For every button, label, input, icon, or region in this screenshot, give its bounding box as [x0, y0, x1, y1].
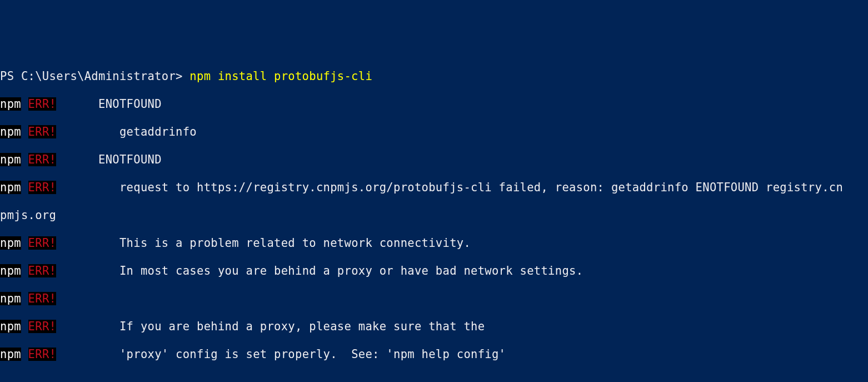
npm-label: npm	[0, 97, 21, 111]
err-label: ERR!	[28, 320, 57, 333]
err-request: request to https://registry.cnpmjs.org/p…	[119, 181, 843, 194]
npm-label: npm	[0, 125, 21, 138]
prompt-line-1: PS C:\Users\Administrator> npm install p…	[0, 70, 868, 83]
err-line: npm ERR! 'proxy' config is set properly.…	[0, 348, 868, 361]
err-label: ERR!	[28, 97, 57, 111]
err-line: npm ERR! request to https://registry.cnp…	[0, 181, 868, 195]
err-line: npm ERR! In most cases you are behind a …	[0, 264, 868, 278]
err-net4: If you are behind a proxy, please make s…	[119, 320, 485, 333]
err-line: npm ERR! ENOTFOUND	[0, 153, 868, 167]
command-1: npm install protobufjs-cli	[189, 70, 372, 83]
err-line: npm ERR! ENOTFOUND	[0, 97, 868, 111]
err-line: npm ERR!	[0, 292, 868, 306]
err-code: ENOTFOUND	[98, 153, 162, 166]
err-label: ERR!	[28, 236, 57, 250]
err-code: ENOTFOUND	[98, 97, 162, 111]
err-wrap: pmjs.org	[0, 209, 868, 222]
err-syscall: getaddrinfo	[119, 125, 197, 138]
npm-label: npm	[0, 264, 21, 277]
npm-label: npm	[0, 348, 21, 361]
npm-label: npm	[0, 153, 21, 166]
err-label: ERR!	[28, 348, 57, 361]
err-net2: In most cases you are behind a proxy or …	[119, 264, 583, 277]
err-net5: 'proxy' config is set properly. See: 'np…	[119, 348, 506, 361]
err-label: ERR!	[28, 181, 57, 194]
err-line: npm ERR! If you are behind a proxy, plea…	[0, 320, 868, 334]
err-label: ERR!	[28, 264, 57, 277]
err-label: ERR!	[28, 153, 57, 166]
blank-line	[0, 375, 868, 382]
err-net1: This is a problem related to network con…	[119, 236, 471, 250]
terminal-output[interactable]: PS C:\Users\Administrator> npm install p…	[0, 56, 868, 382]
err-label: ERR!	[28, 125, 57, 138]
npm-label: npm	[0, 320, 21, 333]
err-line: npm ERR! getaddrinfo	[0, 125, 868, 139]
err-label: ERR!	[28, 292, 57, 305]
npm-label: npm	[0, 236, 21, 250]
prompt-prefix: PS C:\Users\Administrator>	[0, 70, 189, 83]
err-line: npm ERR! This is a problem related to ne…	[0, 236, 868, 250]
err-wrap-text: pmjs.org	[0, 209, 56, 222]
npm-label: npm	[0, 292, 21, 305]
npm-label: npm	[0, 181, 21, 194]
